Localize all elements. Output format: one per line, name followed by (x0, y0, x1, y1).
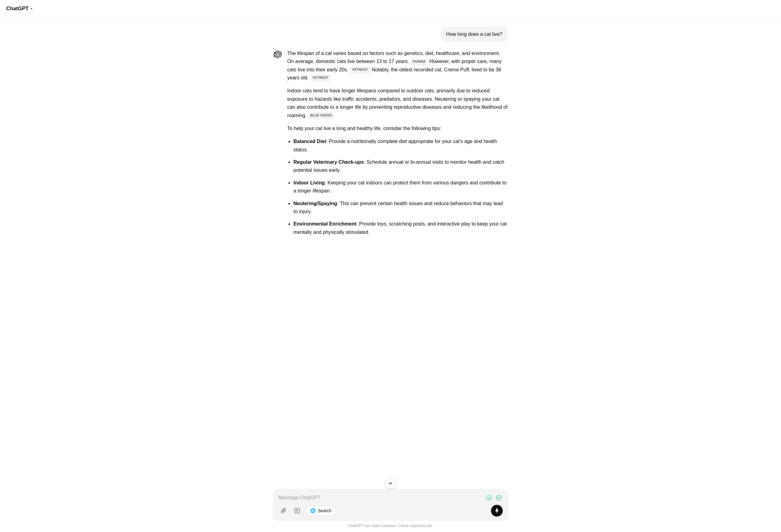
assistant-avatar (273, 50, 283, 60)
assistant-message-wrap: The lifespan of a cat varies based on fa… (273, 49, 508, 241)
chevron-down-icon[interactable]: ▾ (31, 6, 33, 12)
tools-icon[interactable] (495, 494, 503, 502)
mic-button[interactable] (491, 505, 503, 517)
microphone-icon (494, 508, 499, 513)
toolbar-left: 🌐 Search (278, 505, 336, 516)
list-item: Indoor Living: Keeping your cat indoors … (293, 179, 508, 195)
assistant-content: The lifespan of a cat varies based on fa… (287, 49, 508, 241)
citation-bluecross[interactable]: BLUE CROSS (309, 113, 334, 119)
user-message-wrap: How long does a cat live? (273, 27, 508, 42)
citation-vetwest-2[interactable]: VETWEST (311, 75, 330, 81)
list-item: Environmental Enrichment: Provide toys, … (293, 220, 508, 236)
tools-button[interactable] (292, 505, 302, 516)
openai-logo-icon (274, 51, 282, 59)
user-message: How long does a cat live? (441, 27, 508, 42)
svg-point-0 (486, 495, 491, 500)
input-text-row: Message ChatGPT (278, 494, 503, 502)
citation-vetwest-1[interactable]: VETWEST (350, 67, 370, 73)
attach-button[interactable] (278, 505, 289, 516)
assistant-paragraph-2: Indoor cats tend to have longer lifespan… (287, 87, 508, 120)
assistant-paragraph-3: To help your cat live a long and healthy… (287, 125, 508, 133)
disclaimer-text: ChatGPT can make mistakes. Check importa… (348, 523, 433, 529)
header: ChatGPT ▾ (0, 0, 781, 17)
voice-memo-icon[interactable] (485, 494, 493, 502)
app-title: ChatGPT (6, 4, 29, 13)
chat-container: How long does a cat live? The lifespan o… (0, 17, 781, 489)
list-item: Balanced Diet: Provide a nutritionally c… (293, 137, 508, 154)
input-right-icons (485, 494, 503, 502)
tips-list: Balanced Diet: Provide a nutritionally c… (293, 137, 508, 236)
messages-list: How long does a cat live? The lifespan o… (273, 27, 508, 241)
message-input[interactable]: Message ChatGPT (278, 494, 485, 502)
globe-icon: 🌐 (310, 508, 316, 514)
input-toolbar: 🌐 Search (278, 505, 503, 517)
message-input-box[interactable]: Message ChatGPT (273, 489, 508, 521)
scroll-down-button[interactable] (385, 478, 396, 489)
list-item: Neutering/Spaying: This can prevent cert… (293, 200, 508, 216)
search-button[interactable]: 🌐 Search (305, 506, 336, 516)
search-label: Search (318, 508, 331, 513)
assistant-paragraph-1: The lifespan of a cat varies based on fa… (287, 49, 508, 82)
citation-purina[interactable]: PURINA (411, 59, 427, 65)
list-item: Regular Veterinary Check-ups: Schedule a… (293, 158, 508, 175)
input-area: Message ChatGPT (0, 489, 781, 532)
chevron-down-icon (388, 481, 393, 486)
